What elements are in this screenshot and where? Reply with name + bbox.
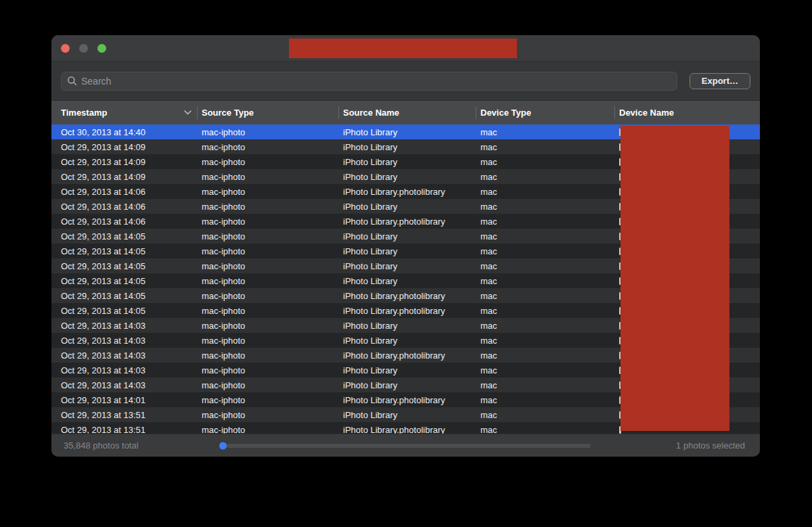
cell-device-type: mac	[476, 306, 614, 316]
cell-source-type: mac-iphoto	[197, 216, 338, 227]
toolbar: Export…	[51, 61, 760, 100]
column-header-source-name[interactable]: Source Name	[338, 101, 476, 124]
export-button[interactable]: Export…	[690, 73, 750, 89]
cell-device-type: mac	[476, 410, 614, 420]
cell-timestamp: Oct 29, 2013 at 14:05	[51, 306, 197, 316]
cell-source-name: iPhoto Library	[338, 172, 476, 182]
column-header-source-type[interactable]: Source Type	[197, 101, 338, 124]
cell-timestamp: Oct 29, 2013 at 14:09	[51, 157, 197, 167]
cell-source-name: iPhoto Library	[338, 321, 476, 331]
search-icon	[67, 76, 77, 86]
cell-device-type: mac	[476, 127, 614, 137]
cell-source-name: iPhoto Library	[338, 276, 476, 286]
cell-source-name: iPhoto Library	[338, 202, 476, 212]
cell-source-type: mac-iphoto	[197, 142, 338, 152]
cell-source-name: iPhoto Library	[338, 157, 476, 167]
cell-source-type: mac-iphoto	[197, 231, 338, 242]
cell-device-type: mac	[476, 172, 614, 182]
sort-descending-chevron-icon	[184, 110, 191, 115]
search-field[interactable]	[61, 72, 677, 91]
minimize-button[interactable]	[79, 44, 88, 53]
cell-device-type: mac	[476, 425, 614, 434]
cell-source-type: mac-iphoto	[197, 127, 338, 137]
cell-timestamp: Oct 29, 2013 at 14:05	[51, 246, 197, 256]
cell-source-name: iPhoto Library.photolibrary	[338, 216, 476, 227]
app-window: Export… Timestamp Source Type Source Nam…	[51, 35, 760, 457]
cell-source-name: iPhoto Library	[338, 246, 476, 256]
cell-source-name: iPhoto Library	[338, 336, 476, 346]
column-header-device-type[interactable]: Device Type	[476, 101, 614, 124]
cell-source-name: iPhoto Library.photolibrary	[338, 187, 476, 197]
traffic-lights	[61, 44, 106, 53]
cell-source-type: mac-iphoto	[197, 380, 338, 390]
cell-timestamp: Oct 29, 2013 at 14:05	[51, 261, 197, 271]
cell-device-type: mac	[476, 231, 614, 242]
close-button[interactable]	[61, 44, 70, 53]
cell-source-type: mac-iphoto	[197, 276, 338, 286]
cell-source-type: mac-iphoto	[197, 365, 338, 375]
title-bar[interactable]	[51, 35, 760, 61]
cell-source-name: iPhoto Library	[338, 410, 476, 420]
cell-source-name: iPhoto Library	[338, 231, 476, 242]
cell-device-type: mac	[476, 321, 614, 331]
cell-timestamp: Oct 30, 2013 at 14:40	[51, 127, 197, 137]
column-header-timestamp[interactable]: Timestamp	[51, 101, 197, 124]
column-header-device-name[interactable]: Device Name	[614, 101, 760, 124]
cell-device-type: mac	[476, 261, 614, 271]
cell-device-type: mac	[476, 142, 614, 152]
cell-timestamp: Oct 29, 2013 at 14:06	[51, 187, 197, 197]
table-header: Timestamp Source Type Source Name Device…	[51, 100, 760, 124]
cell-source-type: mac-iphoto	[197, 172, 338, 182]
cell-timestamp: Oct 29, 2013 at 13:51	[51, 410, 197, 420]
cell-timestamp: Oct 29, 2013 at 14:05	[51, 231, 197, 242]
cell-source-type: mac-iphoto	[197, 261, 338, 271]
cell-timestamp: Oct 29, 2013 at 14:05	[51, 291, 197, 301]
cell-source-type: mac-iphoto	[197, 410, 338, 420]
cell-source-name: iPhoto Library	[338, 365, 476, 375]
photos-selected-label: 1 photos selected	[676, 440, 745, 451]
cell-timestamp: Oct 29, 2013 at 14:05	[51, 276, 197, 286]
cell-source-type: mac-iphoto	[197, 306, 338, 316]
cell-timestamp: Oct 29, 2013 at 14:01	[51, 395, 197, 405]
cell-device-type: mac	[476, 202, 614, 212]
cell-device-type: mac	[476, 395, 614, 405]
cell-source-name: iPhoto Library	[338, 127, 476, 137]
cell-source-type: mac-iphoto	[197, 187, 338, 197]
cell-device-type: mac	[476, 365, 614, 375]
cell-source-name: iPhoto Library	[338, 380, 476, 390]
cell-device-type: mac	[476, 291, 614, 301]
cell-source-type: mac-iphoto	[197, 291, 338, 301]
cell-timestamp: Oct 29, 2013 at 14:06	[51, 216, 197, 227]
cell-timestamp: Oct 29, 2013 at 14:09	[51, 172, 197, 182]
title-redaction-overlay	[289, 39, 517, 58]
cell-device-type: mac	[476, 276, 614, 286]
cell-source-type: mac-iphoto	[197, 336, 338, 346]
cell-source-name: iPhoto Library	[338, 261, 476, 271]
cell-source-name: iPhoto Library.photolibrary	[338, 306, 476, 316]
cell-device-type: mac	[476, 380, 614, 390]
cell-source-type: mac-iphoto	[197, 350, 338, 361]
cell-timestamp: Oct 29, 2013 at 14:03	[51, 321, 197, 331]
cell-source-type: mac-iphoto	[197, 395, 338, 405]
cell-source-type: mac-iphoto	[197, 246, 338, 256]
cell-timestamp: Oct 29, 2013 at 13:51	[51, 425, 197, 434]
status-bar: 35,848 photos total 1 photos selected	[51, 434, 760, 457]
cell-source-type: mac-iphoto	[197, 321, 338, 331]
cell-source-type: mac-iphoto	[197, 157, 338, 167]
photos-total-label: 35,848 photos total	[64, 440, 139, 451]
cell-timestamp: Oct 29, 2013 at 14:06	[51, 202, 197, 212]
cell-timestamp: Oct 29, 2013 at 14:03	[51, 336, 197, 346]
cell-timestamp: Oct 29, 2013 at 14:03	[51, 380, 197, 390]
scroll-slider-thumb[interactable]	[219, 442, 227, 449]
cell-device-type: mac	[476, 350, 614, 361]
scroll-slider[interactable]	[221, 444, 591, 448]
cell-device-type: mac	[476, 216, 614, 227]
search-input[interactable]	[81, 76, 671, 87]
cell-device-type: mac	[476, 246, 614, 256]
cell-timestamp: Oct 29, 2013 at 14:03	[51, 365, 197, 375]
device-name-redaction-overlay	[621, 126, 729, 431]
cell-source-name: iPhoto Library.photolibrary	[338, 350, 476, 361]
zoom-button[interactable]	[97, 44, 106, 53]
cell-source-type: mac-iphoto	[197, 202, 338, 212]
cell-source-name: iPhoto Library.photolibrary	[338, 425, 476, 434]
